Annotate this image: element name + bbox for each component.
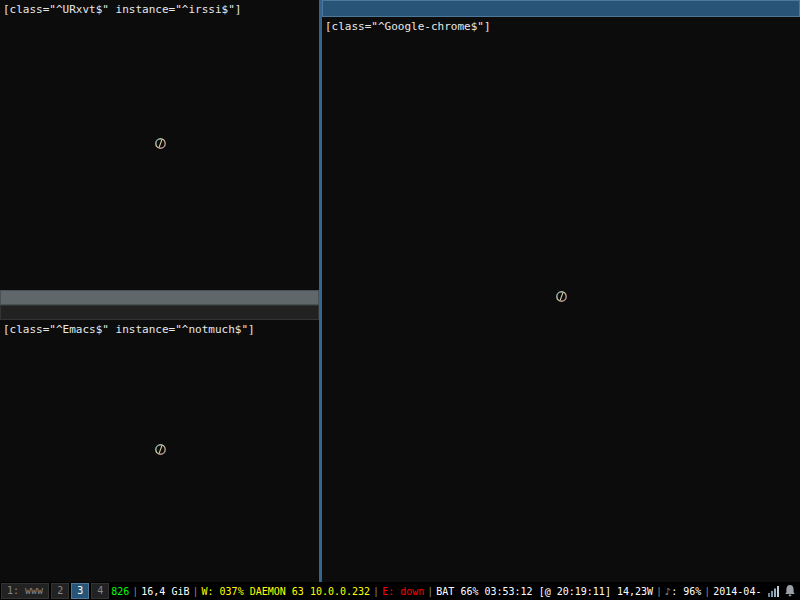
placeholder-icon (555, 290, 568, 303)
workspace-list: 1: www234 (1, 583, 111, 599)
status-segment-volume: ♪: 96% (665, 586, 701, 597)
status-segment-ethernet: E: down (382, 586, 424, 597)
status-separator: | (427, 586, 433, 597)
bell-icon[interactable] (784, 584, 796, 597)
status-segment-battery: BAT 66% 03:53:12 [@ 20:19:11] 14,23W (436, 586, 653, 597)
placeholder-window-notmuch[interactable]: [class="^Emacs$" instance="^notmuch$"] (0, 320, 319, 582)
status-separator: | (132, 586, 138, 597)
placeholder-icon (154, 137, 167, 150)
status-separator: | (192, 586, 198, 597)
status-separator: | (656, 586, 662, 597)
status-line: 826|16,4 GiB|W: 037% DAEMON_63 10.0.0.23… (111, 586, 762, 597)
workspace-button-4[interactable]: 4 (91, 583, 109, 599)
placeholder-icon (154, 443, 167, 456)
i3-desktop: [class="^URxvt$" instance="^irssi$"] not… (0, 0, 800, 600)
i3bar: 1: www234 826|16,4 GiB|W: 037% DAEMON_63… (0, 582, 800, 600)
placeholder-window-chrome[interactable]: [class="^Google-chrome$"] (322, 17, 800, 582)
placeholder-window-irssi[interactable]: [class="^URxvt$" instance="^irssi$"] (0, 0, 319, 290)
status-segment-text: : 96% (671, 586, 701, 597)
workspace-button-3[interactable]: 3 (71, 583, 89, 599)
chrome-window-container: chrome [class="^Google-chrome$"] (319, 0, 800, 582)
swallow-criteria-chrome: [class="^Google-chrome$"] (325, 20, 491, 33)
swallow-criteria-notmuch: [class="^Emacs$" instance="^notmuch$"] (3, 323, 255, 336)
status-segment-wifi: W: 037% DAEMON_63 10.0.0.232 (202, 586, 371, 597)
titlebar-notmuch[interactable]: notmuch (0, 290, 319, 305)
titlebar-terminal[interactable]: midna: ~ (0, 305, 319, 320)
status-segment-mail-count: 826 (111, 586, 129, 597)
swallow-criteria-irssi: [class="^URxvt$" instance="^irssi$"] (3, 3, 241, 16)
system-tray (768, 584, 796, 597)
titlebar-chrome[interactable]: chrome (322, 0, 800, 17)
status-segment-datetime: 2014-04-18 16: (713, 586, 762, 597)
signal-icon[interactable] (768, 585, 780, 597)
workspace-button-1-www[interactable]: 1: www (1, 583, 49, 599)
status-separator: | (373, 586, 379, 597)
status-separator: | (704, 586, 710, 597)
workspace-button-2[interactable]: 2 (51, 583, 69, 599)
status-segment-memory: 16,4 GiB (141, 586, 189, 597)
